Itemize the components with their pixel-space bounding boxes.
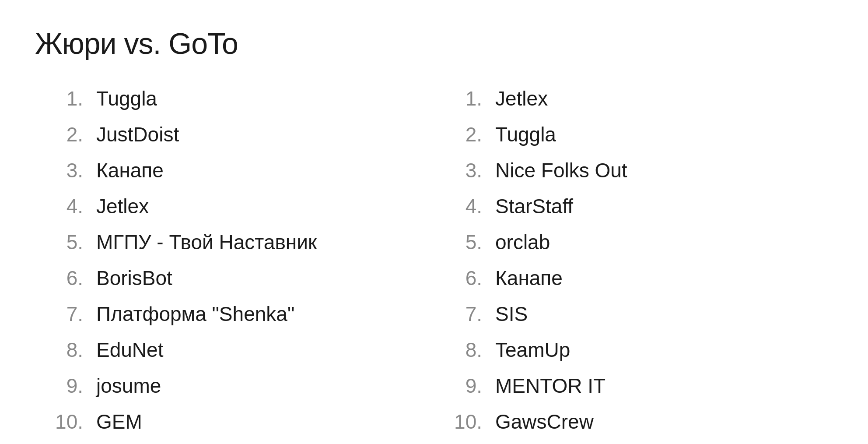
list-item: Jetlex: [443, 87, 833, 110]
list-item: GawsCrew: [443, 410, 833, 433]
list-item: TeamUp: [443, 338, 833, 362]
list-item: JustDoist: [44, 123, 434, 146]
list-item: Tuggla: [44, 87, 434, 110]
list-item: BorisBot: [44, 266, 434, 290]
list-item: Платформа "Shenka": [44, 302, 434, 326]
jury-list: TugglaJustDoistКанапеJetlexМГПУ - Твой Н…: [44, 87, 434, 433]
list-item: Канапе: [443, 266, 833, 290]
jury-list-column: TugglaJustDoistКанапеJetlexМГПУ - Твой Н…: [35, 87, 434, 444]
goto-list: JetlexTugglaNice Folks OutStarStafforcla…: [443, 87, 833, 433]
list-item: Канапе: [44, 159, 434, 182]
list-item: josume: [44, 374, 434, 398]
list-item: orclab: [443, 230, 833, 254]
list-item: EduNet: [44, 338, 434, 362]
list-item: StarStaff: [443, 194, 833, 218]
lists-container: TugglaJustDoistКанапеJetlexМГПУ - Твой Н…: [35, 87, 833, 444]
list-item: GEM: [44, 410, 434, 433]
list-item: Jetlex: [44, 194, 434, 218]
goto-list-column: JetlexTugglaNice Folks OutStarStafforcla…: [434, 87, 833, 444]
list-item: МГПУ - Твой Наставник: [44, 230, 434, 254]
list-item: MENTOR IT: [443, 374, 833, 398]
list-item: SIS: [443, 302, 833, 326]
list-item: Nice Folks Out: [443, 159, 833, 182]
page-title: Жюри vs. GoTo: [35, 26, 833, 60]
list-item: Tuggla: [443, 123, 833, 146]
